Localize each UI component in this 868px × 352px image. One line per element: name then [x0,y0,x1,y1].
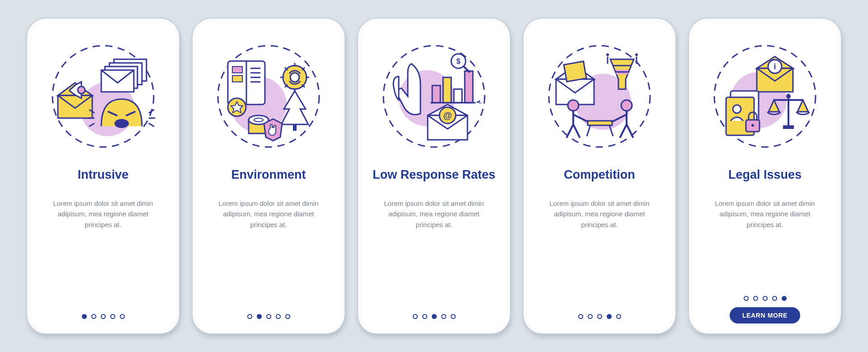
svg-line-56 [587,125,590,136]
page-dots [578,314,621,319]
svg-text:@: @ [443,110,452,120]
svg-text:i: i [774,62,776,71]
onboarding-card: Environment Lorem ipsum dolor sit amet d… [192,18,345,334]
page-dot[interactable] [441,314,446,319]
svg-rect-38 [454,89,462,103]
onboarding-card: Intrusive Lorem ipsum dolor sit amet dim… [26,18,180,334]
card-description: Lorem ipsum dolor sit amet dimin adipisu… [212,198,325,230]
card-title: Low Response Rates [373,168,495,182]
card-title: Environment [231,168,306,182]
svg-rect-33 [293,124,297,131]
svg-rect-50 [564,61,586,81]
page-dot[interactable] [110,314,115,319]
page-dot[interactable] [753,296,758,301]
page-dot[interactable] [782,296,787,301]
page-dot[interactable] [616,314,621,319]
page-dot[interactable] [247,314,252,319]
svg-rect-73 [783,125,794,129]
legal-issues-icon: i [710,41,821,152]
page-dot[interactable] [120,314,125,319]
onboarding-card: $ @ Low Response Rates Lorem ipsum dolor… [357,18,511,334]
onboarding-card: Competition Lorem ipsum dolor sit amet d… [523,18,676,334]
page-dot[interactable] [266,314,271,319]
low-response-icon: $ @ [379,41,490,152]
card-title: Competition [564,168,635,182]
page-dot[interactable] [276,314,281,319]
svg-point-72 [786,94,791,99]
svg-text:$: $ [456,57,460,65]
svg-point-67 [733,105,741,113]
svg-rect-36 [432,86,440,103]
svg-rect-14 [232,76,242,82]
page-dot[interactable] [763,296,768,301]
page-dots [82,314,125,319]
svg-rect-37 [443,77,451,103]
page-dot[interactable] [578,314,583,319]
page-dot[interactable] [744,296,749,301]
svg-point-59 [621,100,632,111]
learn-more-button[interactable]: LEARN MORE [730,307,800,323]
page-dot[interactable] [588,314,593,319]
svg-point-53 [606,53,609,56]
svg-rect-55 [588,121,612,125]
svg-point-58 [568,100,579,111]
svg-point-69 [751,124,754,127]
card-title: Intrusive [78,168,129,182]
card-description: Lorem ipsum dolor sit amet dimin adipisu… [47,198,160,230]
onboarding-card: i Lega [688,18,842,334]
page-dot[interactable] [101,314,106,319]
page-dot[interactable] [91,314,96,319]
svg-rect-13 [232,67,242,73]
page-dot[interactable] [82,314,87,319]
page-dots [247,314,290,319]
page-dot[interactable] [597,314,602,319]
card-description: Lorem ipsum dolor sit amet dimin adipisu… [543,198,656,230]
svg-rect-39 [465,71,473,103]
page-dot[interactable] [607,314,612,319]
svg-point-7 [78,86,85,94]
page-dot[interactable] [451,314,456,319]
svg-point-8 [114,119,129,128]
card-description: Lorem ipsum dolor sit amet dimin adipisu… [708,198,821,230]
page-dots [744,296,787,301]
page-dot[interactable] [422,314,427,319]
page-dot[interactable] [772,296,777,301]
environment-icon [213,41,324,152]
page-dots [413,314,456,319]
page-dot[interactable] [432,314,437,319]
svg-point-54 [635,53,638,56]
svg-point-21 [290,73,299,82]
page-dot[interactable] [285,314,290,319]
card-title: Legal Issues [728,168,802,182]
competition-icon [544,41,655,152]
page-dot[interactable] [257,314,262,319]
card-description: Lorem ipsum dolor sit amet dimin adipisu… [377,198,491,230]
intrusive-icon [48,41,159,152]
page-dot[interactable] [413,314,418,319]
